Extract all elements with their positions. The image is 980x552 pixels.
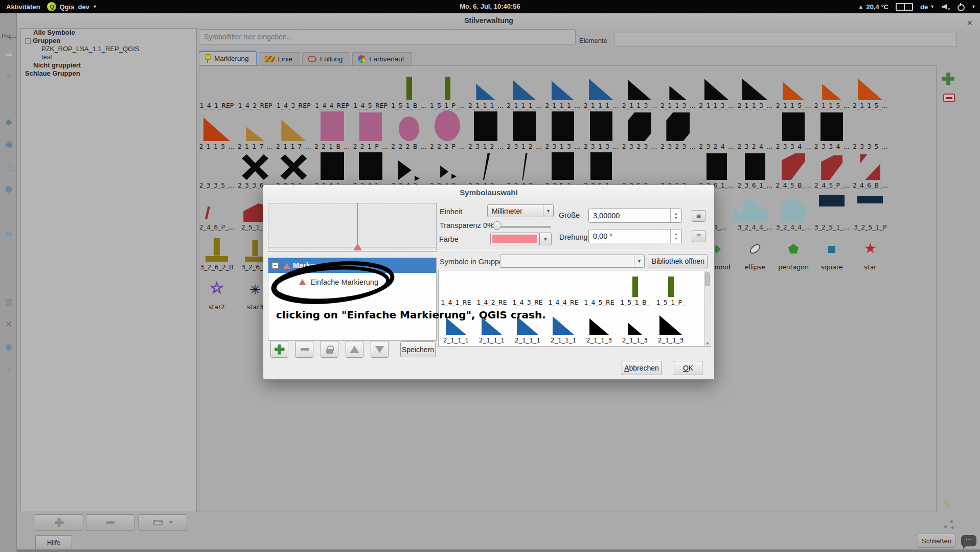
symbol-cell[interactable]: 2_1_1_1: [546, 313, 580, 344]
activities-button[interactable]: Aktivitäten: [6, 3, 40, 11]
symbol-cell[interactable]: 1_5_1_B_...: [390, 75, 428, 109]
ok-button[interactable]: OK: [674, 361, 702, 375]
open-library-button[interactable]: Bibliothek öffnen: [649, 254, 708, 268]
chevron-down-icon[interactable]: ▼: [971, 4, 976, 9]
symbol-cell[interactable]: 2_1_1_5_...: [198, 111, 236, 150]
scrollbar-thumb[interactable]: [705, 272, 710, 286]
symbol-cell[interactable]: 1_4_5_RE: [582, 274, 616, 306]
remove-layer-button[interactable]: [295, 341, 313, 358]
symbol-cell[interactable]: 1_4_4_RE: [546, 274, 580, 306]
symbol-cell[interactable]: 2_1_1_1_...: [506, 75, 543, 109]
symbol-cell[interactable]: 2_1_1_5_...: [851, 75, 889, 109]
symbol-cell[interactable]: 2_3_4_3_...: [506, 151, 543, 189]
symbol-cell[interactable]: 2_1_1_3: [582, 313, 616, 344]
symbol-cell[interactable]: 2_3_5_1_...: [544, 151, 582, 189]
symbol-cell[interactable]: 2_1_1_5_...: [774, 75, 812, 109]
symbol-cell[interactable]: 1_4_3_REP: [275, 75, 312, 109]
lock-layer-button[interactable]: [321, 341, 338, 358]
symbol-cell[interactable]: star2: [198, 277, 236, 311]
symbol-cell[interactable]: 2_3_3_4_...: [774, 111, 812, 150]
color-dropdown-icon[interactable]: ▼: [539, 233, 552, 245]
symbol-cell[interactable]: 2_1_1_3_...: [698, 75, 736, 109]
symbol-cell[interactable]: 2_3_3_6_...: [236, 151, 274, 189]
data-defined-rotation-icon[interactable]: ≣: [692, 231, 705, 242]
symbol-cell[interactable]: 1_4_2_RE: [475, 274, 509, 306]
symbol-cell[interactable]: 2_2_1_B_...: [313, 111, 351, 150]
weather-indicator[interactable]: ▲ 20,4 °C: [858, 3, 888, 11]
displays-icon[interactable]: [896, 3, 913, 10]
symbol-cell[interactable]: pentagon: [774, 236, 812, 271]
volume-muted-icon[interactable]: [942, 4, 950, 10]
symbol-cell[interactable]: 2_1_1_3_...: [659, 75, 697, 109]
symbol-cell[interactable]: 1_4_2_REP: [236, 75, 274, 109]
symbol-cell[interactable]: 2_3_2_4_...: [736, 111, 774, 150]
symbol-cell[interactable]: 2_1_1_7_...: [236, 111, 274, 150]
symbol-cell[interactable]: 2_4_5_B_...: [774, 151, 812, 189]
symbol-cell[interactable]: 1_5_1_P_: [654, 274, 688, 306]
save-button[interactable]: Speichern: [400, 341, 436, 357]
unit-select[interactable]: Millimeter ▼: [487, 204, 554, 217]
symbol-cell[interactable]: 1_5_1_B_: [618, 274, 652, 306]
remove-symbol-icon[interactable]: [943, 94, 955, 102]
color-button[interactable]: [490, 233, 539, 245]
symbol-cell[interactable]: 2_3_1_2_...: [467, 111, 505, 150]
symbol-cell[interactable]: 2_3_3_5_...: [198, 151, 236, 189]
symbol-cell[interactable]: 2_3_6_1_...: [736, 151, 774, 189]
symbol-cell[interactable]: 3_2_4_4_...: [774, 194, 812, 231]
symbol-cell[interactable]: 2_1_1_5_...: [813, 75, 851, 109]
symbol-cell[interactable]: 2_3_4_2_...: [390, 151, 428, 189]
symbol-cell[interactable]: 2_1_1_3: [654, 313, 688, 344]
move-down-button[interactable]: [371, 341, 389, 358]
symbol-cell[interactable]: 1_4_1_RE: [439, 274, 473, 306]
symbol-cell[interactable]: 2_3_1_2_...: [506, 111, 543, 150]
symbol-cell[interactable]: 2_3_1_3_...: [582, 111, 620, 150]
symbol-cell[interactable]: 2_1_1_3_...: [621, 75, 658, 109]
move-up-button[interactable]: [346, 341, 363, 358]
keyboard-layout[interactable]: de ▼: [920, 3, 935, 11]
symbol-cell[interactable]: 2_3_5_2_...: [621, 151, 658, 189]
data-defined-size-icon[interactable]: ≣: [692, 210, 705, 222]
symbol-cell[interactable]: 1_4_5_REP: [352, 75, 390, 109]
symbol-cell[interactable]: square: [813, 236, 851, 271]
symbol-cell[interactable]: 2_3_5_2_...: [659, 151, 697, 189]
app-menu[interactable]: Q Qgis_dev ▼: [47, 2, 97, 11]
symbol-cell[interactable]: 2_3_3_6_...: [275, 151, 312, 189]
scroll-down-icon[interactable]: ▼: [705, 341, 710, 346]
tree-item-simple-marker[interactable]: Einfache Markierung: [310, 278, 378, 286]
symbol-cell[interactable]: 2_3_3_4_...: [813, 111, 851, 150]
symbol-cell[interactable]: 2_3_1_3_...: [544, 111, 582, 150]
symbol-cell[interactable]: 2_2_2_P_...: [428, 111, 466, 150]
symbol-cell[interactable]: ellipse: [736, 236, 774, 271]
power-icon[interactable]: [957, 3, 964, 10]
symbol-cell[interactable]: 2_4_5_P_...: [813, 151, 851, 189]
symbol-cell[interactable]: 2_3_6_1_...: [698, 151, 736, 189]
symbol-cell[interactable]: 2_1_1_1_...: [467, 75, 505, 109]
symbol-cell[interactable]: 2_3_4_2_...: [428, 151, 466, 189]
transparency-slider-handle[interactable]: [493, 221, 502, 230]
symbol-cell[interactable]: 2_1_1_3: [618, 313, 652, 344]
symbol-cell[interactable]: 2_3_2_3_...: [621, 111, 658, 150]
symbol-cell[interactable]: 1_5_1_P_...: [428, 75, 466, 109]
symbol-cell[interactable]: 2_3_4_1_...: [313, 151, 351, 189]
symbol-cell[interactable]: 2_3_3_5_...: [851, 111, 889, 150]
symbol-cell[interactable]: 2_4_6_P_...: [198, 194, 236, 231]
symbol-cell[interactable]: 2_1_1_7_...: [275, 111, 312, 150]
spin-arrows-icon[interactable]: ▲▼: [670, 209, 681, 222]
symbol-cell[interactable]: 3_2_5_1_P: [851, 194, 889, 231]
symbol-cell[interactable]: 2_1_1_3_...: [736, 75, 774, 109]
symbol-cell[interactable]: 2_2_1_P_...: [352, 111, 390, 150]
scrollbar[interactable]: ▼: [704, 271, 710, 347]
group-select[interactable]: ▼: [500, 255, 645, 268]
symbol-cell[interactable]: 2_4_6_B_...: [851, 151, 889, 189]
collapse-icon[interactable]: −: [272, 262, 279, 269]
symbol-cell[interactable]: 2_3_4_1_...: [352, 151, 390, 189]
cancel-button[interactable]: Abbrechen: [622, 361, 662, 375]
add-layer-button[interactable]: [270, 341, 288, 358]
symbol-cell[interactable]: 2_2_2_B_...: [390, 111, 428, 150]
symbol-cell[interactable]: 2_3_2_4_...: [698, 111, 736, 150]
symbol-cell[interactable]: 3_2_6_2_B: [198, 236, 236, 271]
symbol-cell[interactable]: 2_1_1_1_...: [582, 75, 620, 109]
rotation-spinbox[interactable]: 0,00 ° ▲▼: [588, 229, 682, 243]
symbol-cell[interactable]: star: [851, 236, 889, 271]
tree-item-marker[interactable]: − Marker: [268, 258, 436, 273]
